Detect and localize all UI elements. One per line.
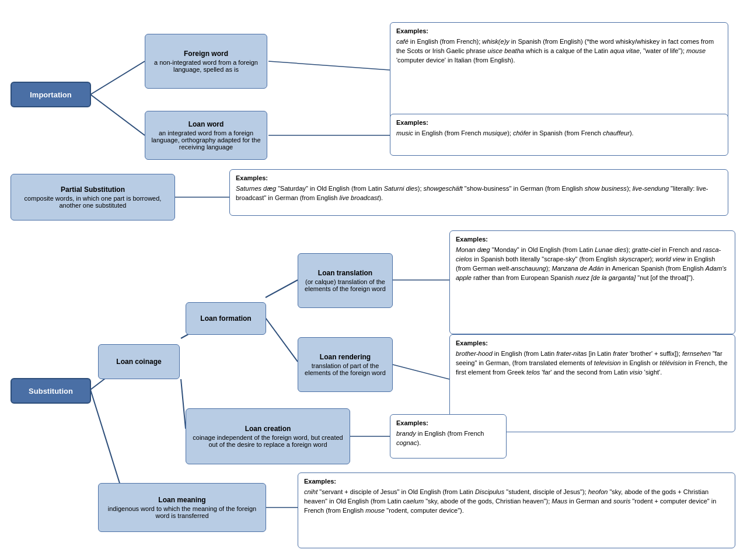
loan-word-example: Examples: music in English (from French … xyxy=(390,114,728,156)
loan-word-node: Loan word an integrated word from a fore… xyxy=(145,111,267,160)
loan-coinage-title: Loan coinage xyxy=(116,358,161,366)
loan-creation-example-text: brandy in English (from French cognac). xyxy=(396,429,500,448)
foreign-word-sub: a non-integrated word from a foreign lan… xyxy=(150,59,262,73)
loan-formation-node: Loan formation xyxy=(186,302,266,335)
loan-meaning-sub: indigenous word to which the meaning of … xyxy=(103,505,261,519)
partial-sub-title: Partial Substitution xyxy=(61,186,125,194)
loan-meaning-example-text: cniht "servant + disciple of Jesus" in O… xyxy=(304,488,729,516)
loan-translation-example: Examples: Monan dæg "Monday" in Old Engl… xyxy=(449,230,735,334)
loan-coinage-node: Loan coinage xyxy=(98,344,180,379)
loan-translation-example-title: Examples: xyxy=(456,235,729,244)
svg-line-8 xyxy=(181,379,186,429)
loan-meaning-example: Examples: cniht "servant + disciple of J… xyxy=(298,473,735,548)
partial-sub-example: Examples: Saturnes dæg "Saturday" in Old… xyxy=(229,169,728,216)
loan-meaning-node: Loan meaning indigenous word to which th… xyxy=(98,483,266,532)
loan-meaning-example-title: Examples: xyxy=(304,477,729,487)
loan-creation-node: Loan creation coinage independent of the… xyxy=(186,408,350,464)
loan-meaning-title: Loan meaning xyxy=(158,496,205,504)
foreign-word-example-text: café in English (from French); whisk(e)y… xyxy=(396,37,722,65)
partial-sub-example-title: Examples: xyxy=(236,174,722,183)
loan-creation-title: Loan creation xyxy=(245,425,291,433)
loan-word-title: Loan word xyxy=(189,120,224,128)
loan-rendering-sub: translation of part of the elements of t… xyxy=(303,362,388,376)
loan-translation-title: Loan translation xyxy=(318,269,372,277)
substitution-node: Substitution xyxy=(11,378,91,404)
loan-creation-example-title: Examples: xyxy=(396,419,500,428)
svg-line-12 xyxy=(393,365,449,379)
loan-word-example-text: music in English (from French musique); … xyxy=(396,129,722,138)
loan-translation-example-text: Monan dæg "Monday" in Old English (from … xyxy=(456,246,729,283)
svg-line-9 xyxy=(266,280,298,298)
loan-rendering-title: Loan rendering xyxy=(320,353,371,361)
loan-translation-sub: (or calque) translation of the elements … xyxy=(303,278,388,292)
foreign-word-example: Examples: café in English (from French);… xyxy=(390,22,728,124)
partial-sub-example-text: Saturnes dæg "Saturday" in Old English (… xyxy=(236,184,722,203)
loan-rendering-example-title: Examples: xyxy=(456,339,729,348)
foreign-word-title: Foreign word xyxy=(184,50,228,58)
loan-rendering-example-text: brother-hood in English (from Latin frat… xyxy=(456,349,729,377)
importation-label: Importation xyxy=(30,90,72,99)
loan-word-example-title: Examples: xyxy=(396,118,722,128)
loan-rendering-node: Loan rendering translation of part of th… xyxy=(298,337,393,392)
loan-creation-sub: coinage independent of the foreign word,… xyxy=(191,434,345,448)
svg-line-0 xyxy=(90,61,145,94)
foreign-word-example-title: Examples: xyxy=(396,27,722,36)
diagram: Importation Foreign word a non-integrate… xyxy=(0,0,747,560)
loan-translation-node: Loan translation (or calque) translation… xyxy=(298,253,393,308)
loan-formation-title: Loan formation xyxy=(200,314,251,323)
substitution-label: Substitution xyxy=(29,387,73,396)
svg-line-10 xyxy=(266,318,298,362)
partial-sub-node: Partial Substitution composite words, in… xyxy=(11,174,175,220)
importation-node: Importation xyxy=(11,82,91,107)
loan-creation-example: Examples: brandy in English (from French… xyxy=(390,414,507,459)
svg-line-2 xyxy=(268,61,390,70)
partial-sub-sub: composite words, in which one part is bo… xyxy=(16,195,170,209)
svg-line-1 xyxy=(90,94,145,135)
foreign-word-node: Foreign word a non-integrated word from … xyxy=(145,34,267,89)
loan-word-sub: an integrated word from a foreign langua… xyxy=(150,130,262,150)
